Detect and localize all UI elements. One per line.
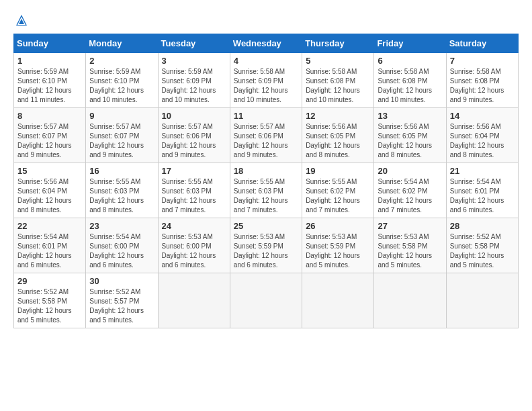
calendar-cell: 3Sunrise: 5:59 AMSunset: 6:09 PMDaylight… [158, 53, 230, 108]
day-number: 9 [89, 111, 154, 121]
calendar-cell: 2Sunrise: 5:59 AMSunset: 6:10 PMDaylight… [86, 53, 158, 108]
calendar-cell: 17Sunrise: 5:55 AMSunset: 6:03 PMDayligh… [158, 163, 230, 218]
day-info: Sunrise: 5:58 AMSunset: 6:08 PMDaylight:… [378, 67, 442, 105]
day-info: Sunrise: 5:55 AMSunset: 6:03 PMDaylight:… [234, 177, 298, 215]
weekday-header-tuesday: Tuesday [158, 34, 230, 53]
calendar-header-row: SundayMondayTuesdayWednesdayThursdayFrid… [14, 34, 519, 53]
day-info: Sunrise: 5:54 AMSunset: 6:02 PMDaylight:… [378, 177, 442, 215]
calendar-cell: 19Sunrise: 5:55 AMSunset: 6:02 PMDayligh… [302, 163, 374, 218]
day-number: 15 [17, 166, 82, 176]
logo [13, 13, 30, 27]
calendar-cell: 18Sunrise: 5:55 AMSunset: 6:03 PMDayligh… [230, 163, 302, 218]
calendar-cell [302, 273, 374, 328]
day-info: Sunrise: 5:57 AMSunset: 6:07 PMDaylight:… [89, 122, 154, 160]
day-number: 6 [378, 56, 442, 66]
day-info: Sunrise: 5:59 AMSunset: 6:10 PMDaylight:… [17, 67, 82, 105]
calendar-cell: 22Sunrise: 5:54 AMSunset: 6:01 PMDayligh… [14, 218, 86, 273]
day-number: 7 [450, 56, 515, 66]
day-info: Sunrise: 5:57 AMSunset: 6:06 PMDaylight:… [162, 122, 226, 160]
weekday-header-monday: Monday [86, 34, 158, 53]
day-number: 25 [234, 221, 298, 231]
weekday-header-saturday: Saturday [446, 34, 518, 53]
calendar-cell [158, 273, 230, 328]
calendar-week-row: 29Sunrise: 5:52 AMSunset: 5:58 PMDayligh… [14, 273, 519, 328]
day-info: Sunrise: 5:53 AMSunset: 5:58 PMDaylight:… [378, 232, 442, 270]
day-number: 16 [89, 166, 154, 176]
calendar-cell: 12Sunrise: 5:56 AMSunset: 6:05 PMDayligh… [302, 108, 374, 163]
day-number: 10 [162, 111, 226, 121]
calendar-cell: 25Sunrise: 5:53 AMSunset: 5:59 PMDayligh… [230, 218, 302, 273]
calendar-cell: 13Sunrise: 5:56 AMSunset: 6:05 PMDayligh… [374, 108, 446, 163]
day-number: 28 [450, 221, 515, 231]
day-number: 3 [162, 56, 226, 66]
calendar-cell: 27Sunrise: 5:53 AMSunset: 5:58 PMDayligh… [374, 218, 446, 273]
day-number: 4 [234, 56, 298, 66]
day-info: Sunrise: 5:56 AMSunset: 6:04 PMDaylight:… [17, 177, 82, 215]
calendar-cell: 28Sunrise: 5:52 AMSunset: 5:58 PMDayligh… [446, 218, 518, 273]
calendar-cell: 20Sunrise: 5:54 AMSunset: 6:02 PMDayligh… [374, 163, 446, 218]
calendar-cell [446, 273, 518, 328]
day-number: 17 [162, 166, 226, 176]
day-info: Sunrise: 5:54 AMSunset: 6:01 PMDaylight:… [17, 232, 82, 270]
day-info: Sunrise: 5:52 AMSunset: 5:57 PMDaylight:… [89, 287, 154, 325]
day-number: 30 [89, 276, 154, 286]
day-info: Sunrise: 5:57 AMSunset: 6:07 PMDaylight:… [17, 122, 82, 160]
calendar-cell: 6Sunrise: 5:58 AMSunset: 6:08 PMDaylight… [374, 53, 446, 108]
weekday-header-friday: Friday [374, 34, 446, 53]
calendar-cell: 15Sunrise: 5:56 AMSunset: 6:04 PMDayligh… [14, 163, 86, 218]
calendar-cell: 26Sunrise: 5:53 AMSunset: 5:59 PMDayligh… [302, 218, 374, 273]
day-number: 24 [162, 221, 226, 231]
day-info: Sunrise: 5:57 AMSunset: 6:06 PMDaylight:… [234, 122, 298, 160]
day-number: 18 [234, 166, 298, 176]
calendar-cell: 8Sunrise: 5:57 AMSunset: 6:07 PMDaylight… [14, 108, 86, 163]
calendar-cell: 21Sunrise: 5:54 AMSunset: 6:01 PMDayligh… [446, 163, 518, 218]
weekday-header-thursday: Thursday [302, 34, 374, 53]
page-header [13, 13, 519, 27]
calendar-cell [374, 273, 446, 328]
day-number: 13 [378, 111, 442, 121]
day-number: 26 [306, 221, 370, 231]
calendar-week-row: 8Sunrise: 5:57 AMSunset: 6:07 PMDaylight… [14, 108, 519, 163]
calendar-cell [230, 273, 302, 328]
calendar-cell: 14Sunrise: 5:56 AMSunset: 6:04 PMDayligh… [446, 108, 518, 163]
day-info: Sunrise: 5:56 AMSunset: 6:05 PMDaylight:… [306, 122, 370, 160]
day-info: Sunrise: 5:52 AMSunset: 5:58 PMDaylight:… [17, 287, 82, 325]
day-info: Sunrise: 5:53 AMSunset: 5:59 PMDaylight:… [234, 232, 298, 270]
day-number: 2 [89, 56, 154, 66]
day-number: 20 [378, 166, 442, 176]
day-info: Sunrise: 5:58 AMSunset: 6:08 PMDaylight:… [306, 67, 370, 105]
calendar-cell: 9Sunrise: 5:57 AMSunset: 6:07 PMDaylight… [86, 108, 158, 163]
day-number: 27 [378, 221, 442, 231]
day-info: Sunrise: 5:54 AMSunset: 6:00 PMDaylight:… [89, 232, 154, 270]
calendar-cell: 30Sunrise: 5:52 AMSunset: 5:57 PMDayligh… [86, 273, 158, 328]
calendar-cell: 23Sunrise: 5:54 AMSunset: 6:00 PMDayligh… [86, 218, 158, 273]
calendar-week-row: 22Sunrise: 5:54 AMSunset: 6:01 PMDayligh… [14, 218, 519, 273]
day-number: 14 [450, 111, 515, 121]
day-info: Sunrise: 5:54 AMSunset: 6:01 PMDaylight:… [450, 177, 515, 215]
day-info: Sunrise: 5:55 AMSunset: 6:03 PMDaylight:… [162, 177, 226, 215]
day-number: 11 [234, 111, 298, 121]
calendar-cell: 4Sunrise: 5:58 AMSunset: 6:09 PMDaylight… [230, 53, 302, 108]
day-number: 29 [17, 276, 82, 286]
weekday-header-sunday: Sunday [14, 34, 86, 53]
day-info: Sunrise: 5:59 AMSunset: 6:09 PMDaylight:… [162, 67, 226, 105]
day-number: 21 [450, 166, 515, 176]
day-number: 22 [17, 221, 82, 231]
weekday-header-wednesday: Wednesday [230, 34, 302, 53]
calendar-cell: 1Sunrise: 5:59 AMSunset: 6:10 PMDaylight… [14, 53, 86, 108]
day-info: Sunrise: 5:58 AMSunset: 6:09 PMDaylight:… [234, 67, 298, 105]
calendar-cell: 5Sunrise: 5:58 AMSunset: 6:08 PMDaylight… [302, 53, 374, 108]
day-info: Sunrise: 5:55 AMSunset: 6:02 PMDaylight:… [306, 177, 370, 215]
calendar-week-row: 15Sunrise: 5:56 AMSunset: 6:04 PMDayligh… [14, 163, 519, 218]
calendar-cell: 16Sunrise: 5:55 AMSunset: 6:03 PMDayligh… [86, 163, 158, 218]
day-info: Sunrise: 5:56 AMSunset: 6:05 PMDaylight:… [378, 122, 442, 160]
calendar-cell: 7Sunrise: 5:58 AMSunset: 6:08 PMDaylight… [446, 53, 518, 108]
day-number: 5 [306, 56, 370, 66]
calendar-cell: 11Sunrise: 5:57 AMSunset: 6:06 PMDayligh… [230, 108, 302, 163]
day-info: Sunrise: 5:58 AMSunset: 6:08 PMDaylight:… [450, 67, 515, 105]
logo-icon [15, 13, 28, 27]
day-number: 12 [306, 111, 370, 121]
day-info: Sunrise: 5:59 AMSunset: 6:10 PMDaylight:… [89, 67, 154, 105]
day-info: Sunrise: 5:56 AMSunset: 6:04 PMDaylight:… [450, 122, 515, 160]
day-number: 8 [17, 111, 82, 121]
